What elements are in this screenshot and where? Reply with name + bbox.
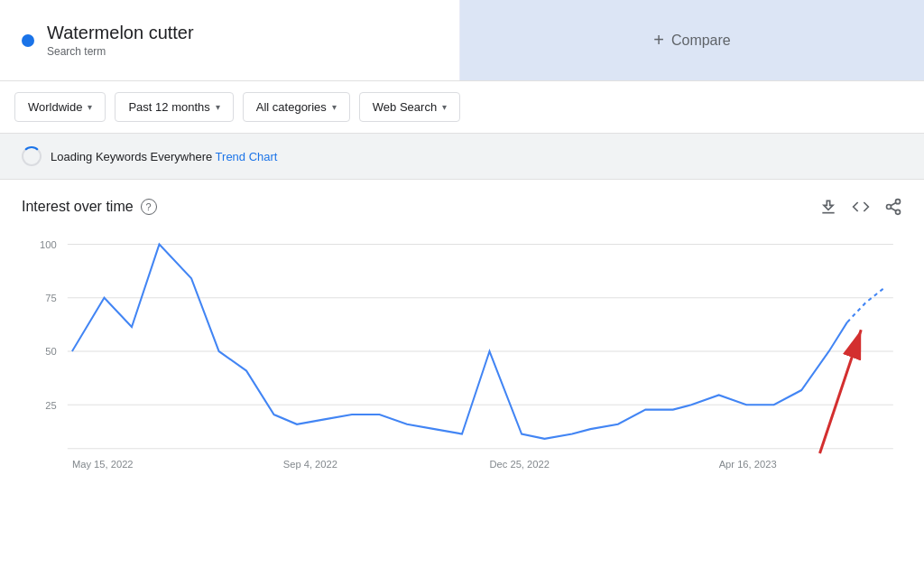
category-label: All categories xyxy=(256,100,327,114)
trend-chart-container: 100 75 50 25 May 15, 2022 Sep 4, 2022 De… xyxy=(22,225,902,478)
search-type-label: Web Search xyxy=(373,100,437,114)
svg-line-4 xyxy=(891,202,896,205)
y-label-75: 75 xyxy=(45,293,56,303)
svg-line-3 xyxy=(891,208,896,210)
region-filter[interactable]: Worldwide ▾ xyxy=(14,92,106,122)
trend-chart-svg: 100 75 50 25 May 15, 2022 Sep 4, 2022 De… xyxy=(22,225,902,478)
x-label-may: May 15, 2022 xyxy=(72,459,134,470)
x-label-apr: Apr 16, 2023 xyxy=(719,459,777,470)
loading-text-main: Loading Keywords Everywhere xyxy=(51,150,216,163)
share-button[interactable] xyxy=(884,198,902,216)
red-arrow xyxy=(820,330,862,453)
y-label-50: 50 xyxy=(45,346,56,357)
top-section: Watermelon cutter Search term + Compare xyxy=(0,0,924,81)
svg-point-1 xyxy=(887,205,892,210)
chart-title-area: Interest over time ? xyxy=(22,199,157,215)
embed-code-button[interactable] xyxy=(852,198,870,216)
time-label: Past 12 months xyxy=(128,100,209,114)
chart-title: Interest over time xyxy=(22,199,134,215)
plus-icon: + xyxy=(653,30,664,51)
search-term-box: Watermelon cutter Search term xyxy=(0,0,460,80)
loading-text: Loading Keywords Everywhere Trend Chart xyxy=(51,150,277,163)
help-icon-label: ? xyxy=(146,201,152,212)
search-term-type: Search term xyxy=(47,45,106,58)
x-label-dec: Dec 25, 2022 xyxy=(489,459,549,470)
region-chevron-icon: ▾ xyxy=(88,102,92,112)
loading-spinner xyxy=(22,146,42,166)
y-label-100: 100 xyxy=(40,239,57,250)
search-type-filter[interactable]: Web Search ▾ xyxy=(359,92,460,122)
series-color-dot xyxy=(22,34,34,47)
time-filter[interactable]: Past 12 months ▾ xyxy=(115,92,233,122)
chart-actions xyxy=(819,198,902,216)
chart-section: Interest over time ? xyxy=(0,180,924,487)
loading-text-highlight: Trend Chart xyxy=(216,150,278,163)
time-chevron-icon: ▾ xyxy=(216,102,220,112)
compare-label: Compare xyxy=(671,33,731,49)
download-button[interactable] xyxy=(819,198,837,216)
search-term-title: Watermelon cutter xyxy=(47,23,194,43)
region-label: Worldwide xyxy=(28,100,82,114)
trend-line-dotted xyxy=(847,288,884,322)
help-icon[interactable]: ? xyxy=(141,199,157,215)
loading-bar: Loading Keywords Everywhere Trend Chart xyxy=(0,134,924,180)
category-filter[interactable]: All categories ▾ xyxy=(243,92,350,122)
search-term-info: Watermelon cutter Search term xyxy=(47,23,194,58)
y-label-25: 25 xyxy=(45,399,56,410)
search-type-chevron-icon: ▾ xyxy=(442,102,447,112)
category-chevron-icon: ▾ xyxy=(332,102,337,112)
x-label-sep: Sep 4, 2022 xyxy=(283,459,337,470)
svg-point-2 xyxy=(896,210,901,214)
trend-line-solid xyxy=(72,245,847,439)
compare-box[interactable]: + Compare xyxy=(460,0,924,80)
chart-header: Interest over time ? xyxy=(22,198,902,216)
filter-bar: Worldwide ▾ Past 12 months ▾ All categor… xyxy=(0,81,924,134)
svg-point-0 xyxy=(896,200,901,204)
